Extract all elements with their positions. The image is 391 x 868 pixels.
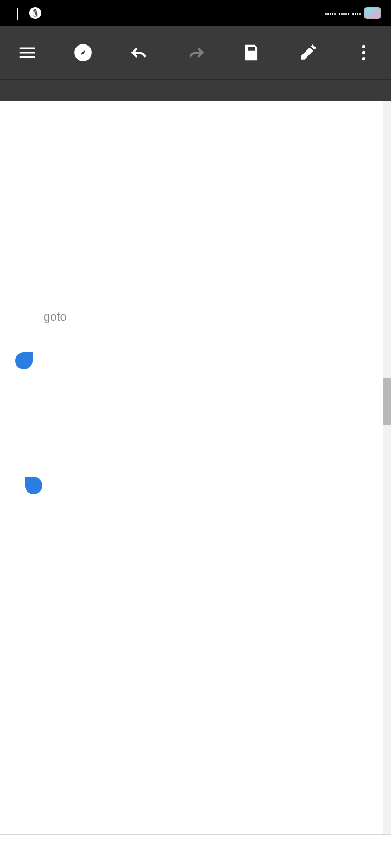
wifi-indicator	[352, 12, 361, 15]
code-line[interactable]	[43, 558, 388, 571]
key-tab[interactable]	[0, 846, 65, 857]
key-equals[interactable]	[251, 846, 298, 857]
sim1-indicator	[325, 12, 336, 15]
penguin-icon: 🐧	[29, 7, 41, 19]
code-line[interactable]	[43, 351, 388, 365]
code-area[interactable]: goto	[31, 101, 391, 834]
line-gutter	[0, 101, 31, 834]
undo-button[interactable]	[123, 36, 156, 69]
code-line[interactable]	[43, 475, 388, 489]
selection-highlight	[31, 448, 356, 462]
code-line[interactable]	[43, 599, 388, 613]
code-line[interactable]	[43, 806, 388, 820]
menu-button[interactable]	[11, 36, 43, 69]
status-right	[325, 7, 381, 19]
divider: |	[13, 6, 23, 20]
selection-highlight	[31, 420, 110, 434]
code-editor[interactable]: goto	[0, 101, 391, 834]
key-lt[interactable]	[298, 846, 345, 857]
key-plus[interactable]	[112, 846, 159, 857]
symbol-keyrow	[0, 834, 391, 868]
key-star[interactable]	[205, 846, 251, 857]
scrollbar-track[interactable]	[383, 101, 391, 834]
key-minus[interactable]	[158, 846, 205, 857]
more-vert-icon	[354, 42, 374, 63]
file-tab-bar	[0, 79, 391, 101]
selection-highlight	[31, 337, 238, 351]
pencil-icon	[298, 42, 318, 63]
redo-button[interactable]	[179, 36, 212, 69]
code-line[interactable]	[43, 516, 388, 530]
svg-point-1	[362, 45, 365, 48]
explore-button[interactable]	[67, 36, 99, 69]
code-line[interactable]	[43, 723, 388, 737]
code-line[interactable]	[43, 765, 388, 778]
selection-handle-start[interactable]	[15, 352, 33, 369]
save-button[interactable]	[235, 36, 268, 69]
code-line[interactable]	[43, 682, 388, 695]
hamburger-icon	[17, 42, 37, 63]
toolbar	[0, 26, 391, 79]
key-slash[interactable]	[65, 846, 112, 857]
more-button[interactable]	[348, 36, 380, 69]
compass-icon	[73, 42, 93, 63]
status-bar: | 🐧	[0, 0, 391, 26]
selection-handle-end[interactable]	[25, 477, 42, 494]
sim2-indicator	[339, 12, 349, 15]
code-line[interactable]	[43, 641, 388, 654]
svg-point-2	[362, 51, 365, 54]
save-icon	[241, 42, 262, 63]
selection-highlight	[31, 365, 292, 379]
battery-indicator	[364, 7, 381, 19]
undo-icon	[129, 42, 150, 63]
status-left: | 🐧	[10, 6, 41, 20]
code-line[interactable]	[43, 434, 388, 448]
code-line[interactable]: goto	[43, 310, 388, 323]
redo-icon	[185, 42, 206, 63]
scrollbar-thumb[interactable]	[383, 378, 391, 425]
key-gt[interactable]	[344, 846, 391, 857]
code-line[interactable]	[43, 393, 388, 406]
svg-point-3	[362, 57, 365, 60]
edit-button[interactable]	[292, 36, 324, 69]
